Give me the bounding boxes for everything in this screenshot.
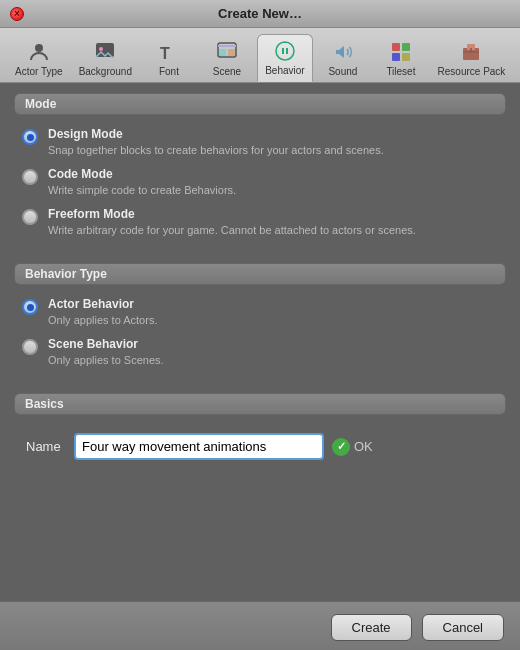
ok-area: ✓ OK <box>332 438 373 456</box>
svg-rect-5 <box>218 45 236 47</box>
radio-text-scene-behavior: Scene Behavior Only applies to Scenes. <box>48 337 164 367</box>
radio-label-design-mode: Design Mode <box>48 127 384 141</box>
svg-text:T: T <box>160 45 170 62</box>
basics-section-header: Basics <box>14 393 506 415</box>
tab-behavior-label: Behavior <box>265 65 304 76</box>
mode-option-code-mode[interactable]: Code Mode Write simple code to create Be… <box>22 167 498 197</box>
background-icon <box>93 40 117 64</box>
tileset-icon <box>389 40 413 64</box>
title-bar: Create New… <box>0 0 520 28</box>
svg-point-2 <box>99 47 103 51</box>
create-button[interactable]: Create <box>331 614 412 641</box>
radio-design-mode <box>22 129 38 145</box>
behavior-type-option-scene-behavior[interactable]: Scene Behavior Only applies to Scenes. <box>22 337 498 367</box>
ok-label: OK <box>354 439 373 454</box>
radio-text-actor-behavior: Actor Behavior Only applies to Actors. <box>48 297 157 327</box>
tab-actor-type-label: Actor Type <box>15 66 63 77</box>
tab-bar: Actor TypeBackgroundTFontSceneBehaviorSo… <box>0 28 520 83</box>
radio-text-code-mode: Code Mode Write simple code to create Be… <box>48 167 236 197</box>
radio-desc-code-mode: Write simple code to create Behaviors. <box>48 184 236 196</box>
mode-section-header: Mode <box>14 93 506 115</box>
tab-actor-type[interactable]: Actor Type <box>8 36 70 82</box>
mode-section: Mode Design Mode Snap together blocks to… <box>14 93 506 251</box>
actor-type-icon <box>27 40 51 64</box>
radio-desc-actor-behavior: Only applies to Actors. <box>48 314 157 326</box>
behavior-icon <box>273 39 297 63</box>
mode-option-design-mode[interactable]: Design Mode Snap together blocks to crea… <box>22 127 498 157</box>
name-label: Name <box>26 439 66 454</box>
ok-check-icon: ✓ <box>332 438 350 456</box>
radio-desc-freeform-mode: Write arbitrary code for your game. Cann… <box>48 224 416 236</box>
font-icon: T <box>157 40 181 64</box>
svg-rect-9 <box>402 43 410 51</box>
name-input[interactable] <box>74 433 324 460</box>
radio-label-code-mode: Code Mode <box>48 167 236 181</box>
tab-scene-label: Scene <box>213 66 241 77</box>
svg-point-0 <box>35 44 43 52</box>
svg-rect-10 <box>392 53 400 61</box>
window-title: Create New… <box>218 6 302 21</box>
tab-tileset[interactable]: Tileset <box>373 36 429 82</box>
main-content: Mode Design Mode Snap together blocks to… <box>0 83 520 601</box>
radio-label-freeform-mode: Freeform Mode <box>48 207 416 221</box>
radio-label-scene-behavior: Scene Behavior <box>48 337 164 351</box>
radio-desc-design-mode: Snap together blocks to create behaviors… <box>48 144 384 156</box>
bottom-bar: Create Cancel <box>0 601 520 650</box>
tab-background[interactable]: Background <box>72 36 139 82</box>
svg-rect-7 <box>228 49 235 56</box>
radio-text-design-mode: Design Mode Snap together blocks to crea… <box>48 127 384 157</box>
radio-actor-behavior <box>22 299 38 315</box>
mode-section-body: Design Mode Snap together blocks to crea… <box>14 123 506 251</box>
radio-freeform-mode <box>22 209 38 225</box>
radio-desc-scene-behavior: Only applies to Scenes. <box>48 354 164 366</box>
tab-font-label: Font <box>159 66 179 77</box>
tab-resource-pack[interactable]: Resource Pack <box>431 36 512 82</box>
close-button[interactable] <box>10 7 24 21</box>
tab-sound-label: Sound <box>328 66 357 77</box>
name-row: Name ✓ OK <box>22 427 498 466</box>
sound-icon <box>331 40 355 64</box>
tab-tileset-label: Tileset <box>386 66 415 77</box>
radio-label-actor-behavior: Actor Behavior <box>48 297 157 311</box>
behavior-type-section: Behavior Type Actor Behavior Only applie… <box>14 263 506 381</box>
radio-scene-behavior <box>22 339 38 355</box>
basics-section-body: Name ✓ OK <box>14 423 506 470</box>
behavior-type-section-body: Actor Behavior Only applies to Actors. S… <box>14 293 506 381</box>
radio-text-freeform-mode: Freeform Mode Write arbitrary code for y… <box>48 207 416 237</box>
svg-rect-8 <box>392 43 400 51</box>
radio-code-mode <box>22 169 38 185</box>
svg-rect-6 <box>219 49 226 56</box>
basics-section: Basics Name ✓ OK <box>14 393 506 470</box>
tab-background-label: Background <box>79 66 132 77</box>
behavior-type-option-actor-behavior[interactable]: Actor Behavior Only applies to Actors. <box>22 297 498 327</box>
cancel-button[interactable]: Cancel <box>422 614 504 641</box>
tab-scene[interactable]: Scene <box>199 36 255 82</box>
behavior-type-section-header: Behavior Type <box>14 263 506 285</box>
tab-resource-pack-label: Resource Pack <box>438 66 506 77</box>
scene-icon <box>215 40 239 64</box>
svg-rect-11 <box>402 53 410 61</box>
tab-font[interactable]: TFont <box>141 36 197 82</box>
mode-option-freeform-mode[interactable]: Freeform Mode Write arbitrary code for y… <box>22 207 498 237</box>
tab-sound[interactable]: Sound <box>315 36 371 82</box>
tab-behavior[interactable]: Behavior <box>257 34 313 82</box>
resource-pack-icon <box>459 40 483 64</box>
